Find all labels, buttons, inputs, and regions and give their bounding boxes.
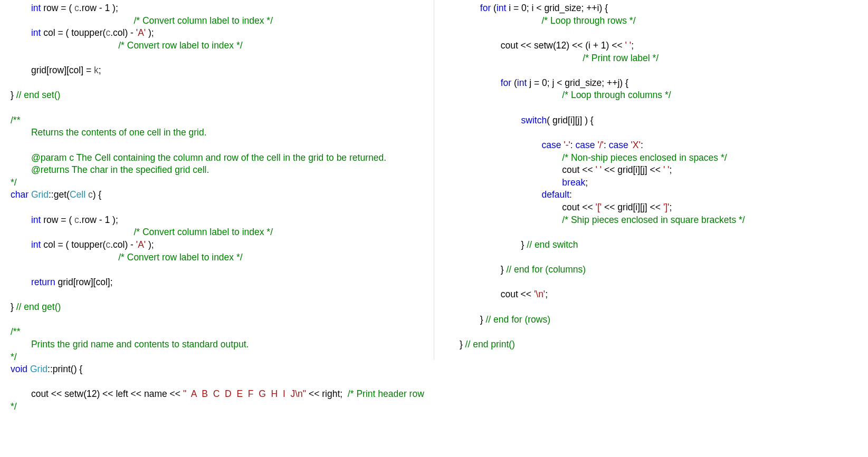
left-column: int row = ( c.row - 1 ); /* Convert colu…: [0, 0, 430, 457]
comment: /* Loop through columns */: [562, 90, 671, 100]
text: col = ( toupper(: [41, 239, 106, 250]
kw-default: default: [541, 189, 569, 200]
var-c: c: [106, 239, 110, 250]
text: }: [11, 302, 16, 312]
doc-comment: */: [11, 352, 17, 362]
text: cout <<: [460, 164, 596, 175]
char-literal: 'A': [136, 27, 146, 38]
comment: // end print(): [465, 339, 515, 349]
text: [11, 277, 31, 287]
text: [460, 140, 542, 150]
char-literal: '-': [564, 140, 570, 150]
text: ;: [669, 202, 672, 212]
doc-comment: @param c The Cell containing the column …: [11, 152, 386, 163]
text: :: [604, 140, 609, 150]
kw-case: case: [541, 140, 561, 150]
text: cout << setw(12) << (i + 1) <<: [460, 40, 625, 51]
comment: // end set(): [16, 90, 61, 100]
doc-comment: Prints the grid name and contents to sta…: [11, 339, 249, 349]
kw-int: int: [31, 27, 41, 38]
text: cout << setw(12) << left << name <<: [11, 388, 183, 399]
text: ;: [99, 65, 101, 75]
kw-break: break: [562, 177, 585, 188]
column-divider: [434, 0, 434, 360]
text: [460, 77, 501, 88]
var-c: c: [88, 189, 93, 200]
text: }: [460, 314, 486, 325]
text: << grid[i][j] <<: [602, 164, 663, 175]
text: }: [460, 239, 527, 250]
comment: /* Print row label */: [583, 53, 659, 63]
code-block-left: int row = ( c.row - 1 ); /* Convert colu…: [11, 2, 425, 413]
text: j = 0; j < grid_size; ++j) {: [527, 77, 628, 88]
char-literal: '[': [596, 202, 602, 212]
text: .col) -: [110, 27, 136, 38]
comment: /* Convert column label to index */: [133, 227, 273, 237]
var-c: c: [106, 27, 110, 38]
kw-int: int: [31, 215, 41, 225]
text: }: [460, 264, 507, 275]
kw-char: char: [11, 189, 28, 200]
type-grid: Grid: [30, 364, 47, 374]
text: [460, 189, 542, 200]
text: grid[row][col];: [55, 277, 113, 287]
text: ;: [669, 164, 672, 175]
char-literal: '/': [597, 140, 604, 150]
comment: /* Convert row label to index */: [118, 252, 242, 262]
char-literal: ' ': [596, 164, 602, 175]
comment: // end for (columns): [506, 264, 586, 275]
var-c: c: [74, 215, 79, 225]
comment: // end switch: [527, 239, 578, 250]
kw-for: for: [480, 3, 491, 13]
text: cout <<: [460, 202, 596, 212]
kw-switch: switch: [521, 115, 547, 125]
char-literal: 'A': [136, 239, 146, 250]
text: << grid[i][j] <<: [602, 202, 663, 212]
text: );: [146, 239, 154, 250]
kw-int: int: [517, 77, 527, 88]
text: cout <<: [460, 289, 534, 299]
kw-return: return: [31, 277, 55, 287]
text: ::print() {: [47, 364, 82, 374]
text: [460, 115, 521, 125]
text: << right;: [306, 388, 348, 399]
text: );: [146, 27, 154, 38]
doc-comment: Returns the contents of one cell in the …: [11, 127, 207, 138]
text: ) {: [93, 189, 102, 200]
code-columns: int row = ( c.row - 1 ); /* Convert colu…: [0, 0, 868, 457]
text: i = 0; i < grid_size; ++i) {: [506, 3, 608, 13]
char-literal: ']': [663, 202, 670, 212]
text: row = (: [41, 215, 74, 225]
string-literal: " A B C D E F G H I J\n": [183, 388, 306, 399]
comment: // end get(): [16, 302, 61, 312]
text: ;: [631, 40, 634, 51]
kw-for: for: [501, 77, 511, 88]
comment: /* Non-ship pieces enclosed in spaces */: [562, 152, 727, 163]
text: .row - 1 );: [79, 215, 118, 225]
kw-void: void: [11, 364, 27, 374]
text: }: [11, 90, 16, 100]
var-c: c: [74, 3, 79, 13]
kw-case: case: [576, 140, 595, 150]
text: ;: [545, 289, 548, 299]
text: :: [641, 140, 643, 150]
doc-comment: */: [11, 177, 17, 188]
text: ( grid[i][j] ) {: [547, 115, 594, 125]
char-literal: 'X': [631, 140, 641, 150]
text: .col) -: [110, 239, 136, 250]
char-literal: '\n': [534, 289, 545, 299]
text: col = ( toupper(: [41, 27, 106, 38]
text: grid[row][col] =: [11, 65, 94, 75]
char-literal: ' ': [625, 40, 632, 51]
text: (: [491, 3, 497, 13]
doc-comment: /**: [11, 326, 20, 337]
doc-comment: @returns The char in the specified grid …: [11, 164, 209, 175]
text: ;: [585, 177, 588, 188]
comment: /* Convert column label to index */: [133, 15, 273, 26]
text: [460, 177, 562, 188]
text: row = (: [41, 3, 74, 13]
var-k: k: [94, 65, 99, 75]
code-block-right: for (int i = 0; i < grid_size; ++i) { /*…: [460, 2, 864, 351]
kw-case: case: [609, 140, 628, 150]
doc-comment: /**: [11, 115, 20, 125]
